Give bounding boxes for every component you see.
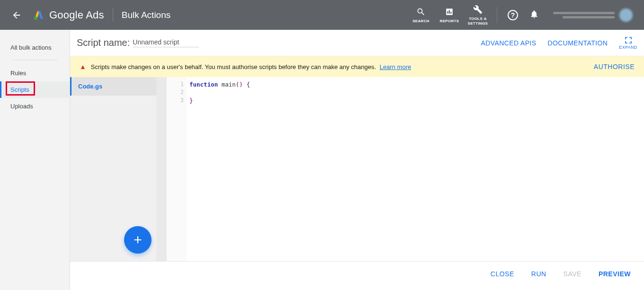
sidebar-item-scripts[interactable]: Scripts (0, 81, 70, 98)
section-title: Bulk Actions (122, 10, 171, 20)
alert-bar: ▲ Scripts make changes on a user's behal… (70, 56, 644, 77)
google-ads-logo-icon (33, 9, 45, 21)
advanced-apis-button[interactable]: ADVANCED APIS (481, 39, 536, 47)
thin-divider (497, 7, 497, 23)
sidebar-divider (12, 60, 57, 60)
authorise-button[interactable]: AUTHORISE (594, 63, 635, 70)
expand-button[interactable]: EXPAND (619, 36, 637, 50)
help-icon: ? (508, 10, 518, 20)
file-panel: Code.gs + (70, 77, 156, 261)
documentation-button[interactable]: DOCUMENTATION (547, 39, 608, 47)
gutter: 123 (167, 77, 187, 261)
help-button[interactable]: ? (508, 10, 518, 20)
sidebar-item-uploads[interactable]: Uploads (0, 98, 70, 114)
plus-icon: + (134, 232, 142, 248)
sidebar-item-rules[interactable]: Rules (0, 65, 70, 81)
expand-label: EXPAND (619, 45, 637, 50)
main-content: Script name: Unnamed script ADVANCED API… (70, 30, 644, 290)
account-block[interactable] (553, 9, 639, 22)
app-header: Google Ads Bulk Actions SEARCH REPORTS T… (0, 0, 644, 30)
product-name: Google Ads (49, 9, 104, 21)
header-divider (113, 9, 113, 22)
search-tool[interactable]: SEARCH (407, 7, 435, 24)
header-right: SEARCH REPORTS TOOLS & SETTINGS ? (407, 0, 644, 30)
minimap (156, 77, 167, 261)
back-arrow-icon[interactable] (11, 10, 22, 20)
reports-tool[interactable]: REPORTS (435, 7, 464, 24)
bell-icon (529, 9, 539, 19)
script-name-label: Script name: (77, 37, 130, 48)
search-label: SEARCH (412, 19, 429, 24)
expand-icon (625, 36, 632, 44)
svg-point-0 (34, 17, 37, 20)
chart-icon (444, 7, 455, 17)
add-file-fab[interactable]: + (124, 226, 152, 254)
svg-rect-1 (447, 11, 448, 13)
code-editor[interactable]: function main() {} (187, 77, 644, 261)
notifications-button[interactable] (529, 9, 539, 20)
file-item-active[interactable]: Code.gs (70, 77, 156, 96)
tools-settings-tool[interactable]: TOOLS & SETTINGS (464, 4, 492, 26)
search-icon (416, 7, 426, 17)
account-info-blurred (553, 11, 615, 19)
svg-rect-2 (449, 10, 450, 14)
reports-label: REPORTS (440, 19, 459, 24)
learn-more-link[interactable]: Learn more (380, 63, 411, 70)
preview-button[interactable]: PREVIEW (599, 270, 631, 278)
editor-wrap: Code.gs + 123 function main() {} (70, 77, 644, 262)
script-name-input[interactable]: Unnamed script (133, 38, 199, 47)
avatar (619, 9, 633, 22)
logo-area: Google Ads (33, 9, 104, 21)
tools-label: TOOLS & SETTINGS (464, 17, 492, 26)
run-button[interactable]: RUN (531, 270, 546, 278)
wrench-icon (473, 4, 483, 15)
script-name-row: Script name: Unnamed script ADVANCED API… (70, 30, 644, 56)
warning-icon: ▲ (80, 63, 86, 70)
sidebar-item-all-bulk-actions[interactable]: All bulk actions (0, 39, 70, 56)
alert-message: Scripts make changes on a user's behalf.… (91, 63, 411, 70)
svg-rect-3 (450, 12, 451, 14)
footer-actions: CLOSE RUN SAVE PREVIEW (70, 262, 644, 286)
save-button: SAVE (564, 270, 581, 278)
sidebar: All bulk actions Rules Scripts Uploads (0, 30, 70, 290)
close-button[interactable]: CLOSE (491, 270, 514, 278)
